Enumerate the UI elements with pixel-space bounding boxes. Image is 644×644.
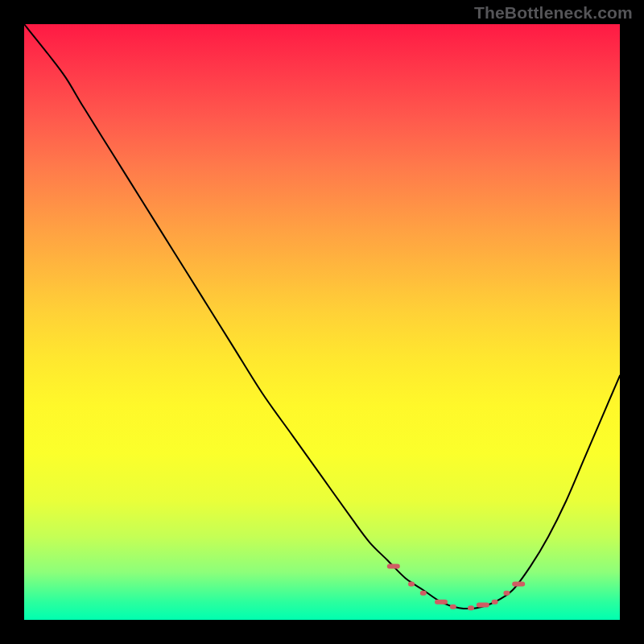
bottleneck-curve — [24, 24, 620, 609]
trough-marker — [387, 564, 400, 568]
trough-marker — [408, 582, 415, 587]
trough-marker — [492, 600, 498, 605]
trough-marker — [512, 582, 525, 587]
watermark-text: TheBottleneck.com — [474, 3, 633, 23]
trough-marker — [503, 591, 510, 596]
trough-marker — [435, 600, 448, 605]
trough-marker — [420, 591, 427, 596]
trough-marker — [468, 605, 474, 610]
trough-marker — [450, 605, 456, 609]
chart-svg — [24, 24, 620, 620]
trough-marker — [477, 603, 489, 608]
plot-area — [24, 24, 620, 620]
chart-container: TheBottleneck.com — [0, 0, 644, 644]
